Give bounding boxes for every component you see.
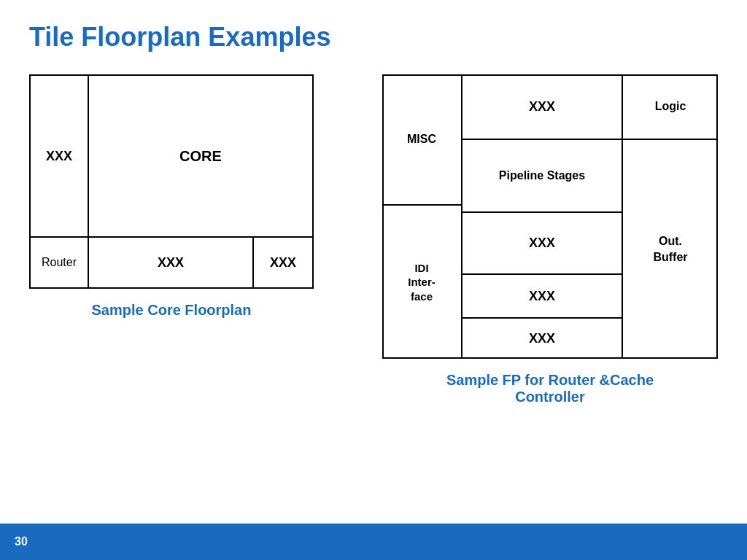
left-diagram-section: XXX CORE Router XXX XXX Sample Core Floo… (29, 74, 314, 319)
main-content: Tile Floorplan Examples XXX CORE Router … (0, 0, 747, 524)
block-xxx-bottom: XXX (462, 319, 623, 359)
idi-label: IDIInter-face (408, 261, 436, 304)
block-idi: IDIInter-face (382, 206, 462, 359)
block-pipeline: Pipeline Stages (462, 140, 623, 213)
router-cell: Router (31, 238, 89, 287)
block-xxx-mid: XXX (462, 213, 623, 275)
page-number: 30 (15, 535, 28, 548)
core-top-row: XXX CORE (31, 76, 312, 236)
bottom-xxx-mid: XXX (89, 238, 254, 287)
page-title: Tile Floorplan Examples (29, 22, 718, 52)
block-logic: Logic (623, 74, 718, 140)
bottom-xxx-right: XXX (254, 238, 312, 287)
block-outbuffer: Out.Buffer (623, 140, 718, 359)
core-bottom-row: Router XXX XXX (31, 236, 312, 287)
right-diagram-section: MISC IDIInter-face XXX Pipeline Stages X… (382, 74, 718, 405)
core-xxx-left: XXX (31, 76, 89, 236)
block-xxx-lower: XXX (462, 275, 623, 319)
core-main-label: CORE (89, 76, 312, 236)
right-caption-line1: Sample FP for Router &Cache (446, 372, 654, 389)
block-xxx-top: XXX (462, 74, 623, 140)
diagrams-row: XXX CORE Router XXX XXX Sample Core Floo… (29, 74, 718, 405)
core-floorplan: XXX CORE Router XXX XXX (29, 74, 314, 289)
right-caption-line2: Controller (446, 389, 654, 405)
block-misc: MISC (382, 74, 462, 206)
left-diagram-caption: Sample Core Floorplan (92, 302, 252, 319)
right-diagram-caption: Sample FP for Router &Cache Controller (446, 372, 654, 405)
outbuffer-label: Out.Buffer (653, 233, 687, 266)
fp-floorplan: MISC IDIInter-face XXX Pipeline Stages X… (382, 74, 718, 359)
footer-bar: 30 (0, 524, 747, 560)
